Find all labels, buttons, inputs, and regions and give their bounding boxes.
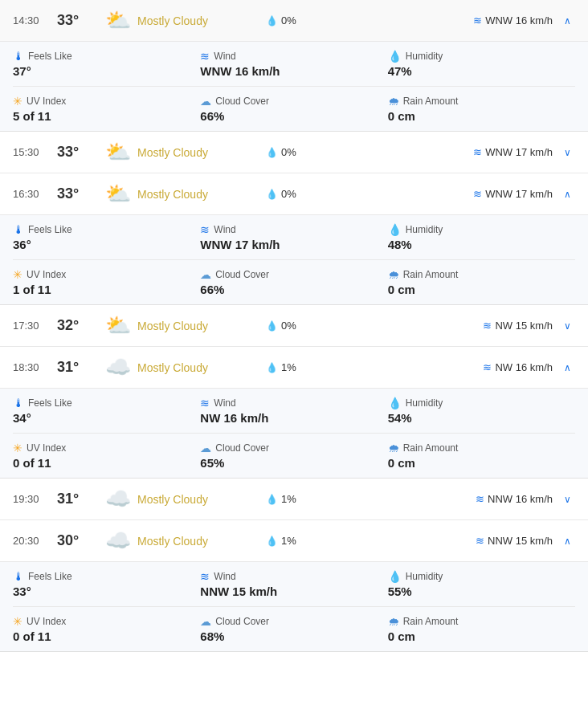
humidity-icon: 💧 [388, 223, 402, 236]
cloud-icon: ☁ [200, 95, 211, 108]
feels-like-item: 🌡 Feels Like 36° [13, 223, 200, 251]
condition: ⛅ Mostly Cloudy [105, 8, 266, 33]
expand-chevron[interactable]: ∧ [559, 15, 575, 26]
precip-value: 1% [281, 493, 296, 505]
cloud-cover-label: ☁ Cloud Cover [200, 268, 387, 281]
feels-like-label: 🌡 Feels Like [13, 570, 200, 583]
weather-row[interactable]: 20:30 30° ☁️ Mostly Cloudy 💧 1% ≋ NNW 15… [0, 520, 588, 562]
wind-detail-label: ≋ Wind [200, 50, 387, 63]
time-label: 17:30 [13, 320, 57, 332]
wind-detail-icon: ≋ [200, 223, 210, 236]
uv-index-item: ✳ UV Index 0 of 11 [13, 442, 200, 470]
wind-icon: ≋ [483, 361, 492, 373]
condition: ⛅ Mostly Cloudy [105, 140, 266, 165]
cloud-cover-value: 66% [200, 109, 387, 123]
feels-like-item: 🌡 Feels Like 33° [13, 570, 200, 598]
condition-text: Mostly Cloudy [137, 493, 208, 506]
rain-icon: 🌧 [388, 442, 399, 454]
raindrop-icon: 💧 [266, 15, 278, 26]
thermometer-icon: 🌡 [13, 50, 24, 63]
feels-like-item: 🌡 Feels Like 37° [13, 50, 200, 78]
weather-row[interactable]: 19:30 31° ☁️ Mostly Cloudy 💧 1% ≋ NNW 16… [0, 479, 588, 520]
temperature: 33° [57, 144, 105, 161]
condition-text: Mostly Cloudy [137, 535, 208, 548]
condition-icon: ⛅ [105, 313, 131, 338]
weather-row[interactable]: 16:30 33° ⛅ Mostly Cloudy 💧 0% ≋ WNW 17 … [0, 173, 588, 215]
wind-detail-item: ≋ Wind WNW 17 km/h [200, 223, 387, 251]
condition-icon: ⛅ [105, 8, 131, 33]
wind-info: ≋ NW 16 km/h [322, 361, 559, 373]
expand-chevron[interactable]: ∧ [559, 536, 575, 547]
weather-row[interactable]: 15:30 33° ⛅ Mostly Cloudy 💧 0% ≋ WNW 17 … [0, 132, 588, 173]
time-label: 20:30 [13, 535, 57, 547]
expand-chevron[interactable]: ∨ [559, 494, 575, 505]
detail-row-top: 🌡 Feels Like 33° ≋ Wind NNW 15 km/h 💧 [13, 562, 575, 607]
wind-detail-value: NW 16 km/h [200, 411, 387, 425]
time-label: 16:30 [13, 188, 57, 200]
humidity-item: 💧 Humidity 47% [388, 50, 575, 78]
condition-text: Mostly Cloudy [137, 361, 208, 374]
cloud-cover-value: 66% [200, 283, 387, 296]
feels-like-label: 🌡 Feels Like [13, 50, 200, 63]
temperature: 33° [57, 185, 105, 202]
humidity-label: 💧 Humidity [388, 570, 575, 583]
precip-value: 0% [281, 146, 296, 158]
rain-amount-value: 0 cm [388, 629, 575, 643]
humidity-icon: 💧 [388, 50, 402, 63]
detail-panel: 🌡 Feels Like 34° ≋ Wind NW 16 km/h 💧 H [0, 389, 588, 479]
expand-chevron[interactable]: ∨ [559, 147, 575, 158]
rain-amount-item: 🌧 Rain Amount 0 cm [388, 442, 575, 470]
weather-row[interactable]: 14:30 33° ⛅ Mostly Cloudy 💧 0% ≋ WNW 16 … [0, 0, 588, 42]
uv-sun-icon: ✳ [13, 615, 22, 628]
detail-row-top: 🌡 Feels Like 36° ≋ Wind WNW 17 km/h 💧 [13, 215, 575, 260]
cloud-cover-label: ☁ Cloud Cover [200, 615, 387, 628]
expand-chevron[interactable]: ∨ [559, 320, 575, 332]
wind-value: NW 15 km/h [495, 320, 553, 332]
expand-chevron[interactable]: ∧ [559, 189, 575, 200]
wind-icon: ≋ [483, 320, 492, 332]
condition: ⛅ Mostly Cloudy [105, 313, 266, 338]
thermometer-icon: 🌡 [13, 570, 24, 583]
humidity-label: 💧 Humidity [388, 223, 575, 236]
precipitation: 💧 0% [266, 14, 322, 26]
humidity-item: 💧 Humidity 55% [388, 570, 575, 598]
detail-panel: 🌡 Feels Like 33° ≋ Wind NNW 15 km/h 💧 [0, 562, 588, 652]
cloud-cover-label: ☁ Cloud Cover [200, 442, 387, 454]
cloud-cover-item: ☁ Cloud Cover 66% [200, 95, 387, 123]
rain-icon: 🌧 [388, 268, 399, 281]
cloud-icon: ☁ [200, 442, 211, 454]
feels-like-label: 🌡 Feels Like [13, 223, 200, 236]
expand-chevron[interactable]: ∧ [559, 362, 575, 373]
humidity-item: 💧 Humidity 54% [388, 397, 575, 425]
rain-amount-value: 0 cm [388, 456, 575, 470]
precipitation: 💧 1% [266, 361, 322, 373]
condition-icon: ⛅ [105, 181, 131, 206]
condition-text: Mostly Cloudy [137, 320, 208, 332]
wind-icon: ≋ [476, 535, 484, 547]
uv-sun-icon: ✳ [13, 95, 22, 108]
wind-icon: ≋ [473, 14, 482, 26]
precip-value: 0% [281, 188, 296, 200]
wind-detail-icon: ≋ [200, 570, 210, 583]
detail-panel: 🌡 Feels Like 37° ≋ Wind WNW 16 km/h 💧 [0, 42, 588, 132]
raindrop-icon: 💧 [266, 320, 278, 332]
detail-panel: 🌡 Feels Like 36° ≋ Wind WNW 17 km/h 💧 [0, 215, 588, 305]
condition-text: Mostly Cloudy [137, 146, 208, 159]
wind-detail-item: ≋ Wind NNW 15 km/h [200, 570, 387, 598]
temperature: 32° [57, 317, 105, 334]
wind-value: WNW 17 km/h [485, 188, 553, 200]
rain-amount-item: 🌧 Rain Amount 0 cm [388, 95, 575, 123]
raindrop-icon: 💧 [266, 536, 278, 547]
weather-row[interactable]: 17:30 32° ⛅ Mostly Cloudy 💧 0% ≋ NW 15 k… [0, 305, 588, 347]
wind-value: NNW 16 km/h [488, 493, 553, 505]
humidity-value: 48% [388, 238, 575, 251]
wind-detail-value: NNW 15 km/h [200, 585, 387, 598]
weather-row[interactable]: 18:30 31° ☁️ Mostly Cloudy 💧 1% ≋ NW 16 … [0, 347, 588, 389]
rain-amount-label: 🌧 Rain Amount [388, 95, 575, 108]
detail-row-bottom: ✳ UV Index 0 of 11 ☁ Cloud Cover 68% 🌧 [13, 607, 575, 651]
rain-icon: 🌧 [388, 95, 399, 108]
feels-like-value: 33° [13, 585, 200, 598]
condition: ☁️ Mostly Cloudy [105, 528, 266, 553]
rain-amount-label: 🌧 Rain Amount [388, 615, 575, 628]
rain-amount-item: 🌧 Rain Amount 0 cm [388, 615, 575, 643]
